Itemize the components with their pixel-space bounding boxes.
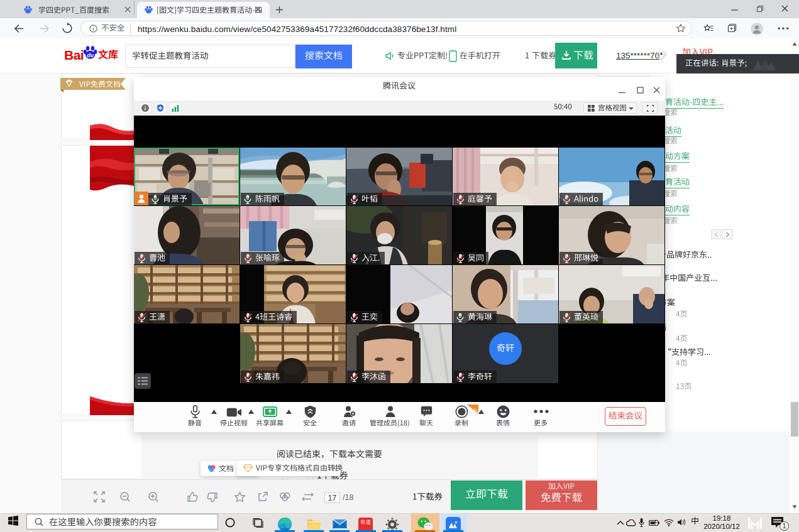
- svg-text:du: du: [87, 52, 94, 58]
- svg-text:new: new: [473, 407, 478, 414]
